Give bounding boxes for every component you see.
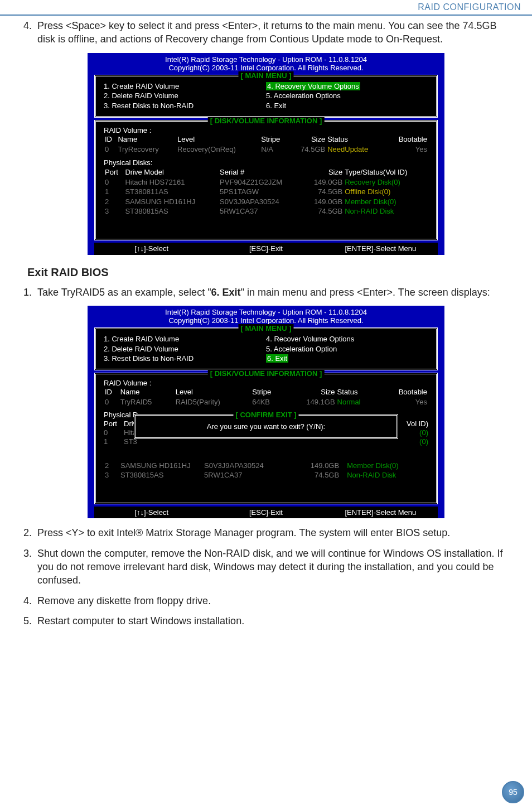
- menu-item: 5. Acceleration Option: [266, 345, 428, 354]
- table-row: 0 Hitachi HDS72161 PVF904Z21G2JZM 149.0G…: [104, 177, 428, 187]
- exit-raid-bios-heading: Exit RAID BIOS: [27, 266, 512, 279]
- bios-title-line1: Intel(R) Rapid Storage Technology - Upti…: [88, 308, 444, 317]
- raid-volume-label: RAID Volume :: [104, 379, 428, 388]
- menu-item: 2. Delete RAID Volume: [104, 91, 266, 100]
- bios-footer: [↑↓]-Select [ESC]-Exit [ENTER]-Select Me…: [94, 243, 438, 255]
- menu-item-selected: 4. Recovery Volume Options: [266, 82, 360, 90]
- step-num: 4.: [20, 19, 35, 46]
- physical-disks-label: Physical Disks:: [104, 158, 428, 167]
- physical-table: Port Drive Model Serial # Size Type/Stat…: [104, 167, 428, 216]
- step-text: Press <Space> key to select it and press…: [35, 19, 512, 46]
- col-bootable: Bootable: [386, 134, 428, 144]
- bios-screenshot-1: Intel(R) Rapid Storage Technology - Upti…: [88, 53, 444, 255]
- step-4: 4. Press <Space> key to select it and pr…: [20, 19, 512, 46]
- menu-item: 6. Exit: [266, 102, 428, 110]
- confirm-title: [ CONFIRM EXIT ]: [233, 411, 298, 420]
- menu-item: 1. Create RAID Volume: [104, 335, 266, 344]
- table-row: 2 SAMSUNG HD161HJ S0V3J9APA30524 149.0GB…: [104, 461, 428, 471]
- disk-info-title: [ DISK/VOLUME INFORMATION ]: [208, 117, 325, 126]
- menu-item: 4. Recover Volume Options: [266, 335, 428, 344]
- footer-enter: [ENTER]-Select Menu: [323, 508, 438, 517]
- step-num: 1.: [20, 286, 35, 299]
- table-row: 3 ST380815AS 5RW1CA37 74.5GB Non-RAID Di…: [104, 206, 428, 216]
- raid-volume-label: RAID Volume :: [104, 126, 428, 135]
- step: 5. Restart computer to start Windows ins…: [20, 614, 512, 628]
- footer-select: [↑↓]-Select: [94, 508, 209, 517]
- col-size: Size: [289, 134, 326, 144]
- confirm-text: Are you sure you want to exit? (Y/N):: [140, 422, 392, 431]
- main-menu-panel: [ MAIN MENU ] 1. Create RAID Volume 2. D…: [94, 327, 438, 370]
- menu-item-selected: 6. Exit: [266, 354, 288, 363]
- bios-title-line1: Intel(R) Rapid Storage Technology - Upti…: [88, 55, 444, 64]
- step: 2. Press <Y> to exit Intel® Matrix Stora…: [20, 526, 512, 539]
- bios-screenshot-2: Intel(R) Rapid Storage Technology - Upti…: [88, 306, 444, 519]
- footer-esc: [ESC]-Exit: [209, 508, 323, 517]
- menu-left: 1. Create RAID Volume 2. Delete RAID Vol…: [104, 334, 266, 364]
- menu-item: 2. Delete RAID Volume: [104, 345, 266, 354]
- table-row: 2 SAMSUNG HD161HJ S0V3J9APA30524 149.0GB…: [104, 197, 428, 207]
- table-row: 3 ST380815AS 5RW1CA37 74.5GB Non-RAID Di…: [104, 470, 428, 480]
- table-row: 0 TryRecovery Recovery(OnReq) N/A 74.5GB…: [104, 144, 428, 155]
- menu-left: 1. Create RAID Volume 2. Delete RAID Vol…: [104, 81, 266, 112]
- physical-table-visible: 2 SAMSUNG HD161HJ S0V3J9APA30524 149.0GB…: [104, 461, 428, 480]
- table-row: 0 TryRAID5 RAID5(Parity) 64KB 149.1GB No…: [104, 397, 428, 407]
- main-menu-panel: [ MAIN MENU ] 1. Create RAID Volume 2. D…: [94, 75, 438, 118]
- phys-label-frag: Physical D: [104, 411, 138, 420]
- footer-enter: [ENTER]-Select Menu: [323, 244, 438, 253]
- step-text: Take TryRAID5 as an example, select "6. …: [35, 286, 512, 299]
- main-menu-title: [ MAIN MENU ]: [239, 71, 294, 80]
- step: 4. Remove any diskette from floppy drive…: [20, 594, 512, 608]
- page-header: RAID CONFIGURATION: [0, 0, 532, 16]
- exit-step-1: 1. Take TryRAID5 as an example, select "…: [20, 286, 512, 299]
- menu-right: 4. Recover Volume Options 5. Acceleratio…: [266, 334, 428, 364]
- menu-item: 5. Acceleration Options: [266, 91, 428, 100]
- phys-hdr-port: Port: [104, 420, 117, 428]
- table-header-row: ID Name Level Stripe Size Status Bootabl…: [104, 387, 428, 397]
- col-level: Level: [176, 134, 260, 144]
- disk-info-title: [ DISK/VOLUME INFORMATION ]: [208, 369, 325, 378]
- footer-select: [↑↓]-Select: [94, 244, 209, 253]
- confirm-exit-dialog: [ CONFIRM EXIT ] Are you sure you want t…: [134, 414, 398, 440]
- table-row: 1 ST380811AS 5PS1TAGW 74.5GB Offline Dis…: [104, 187, 428, 197]
- table-header-row: Port Drive Model Serial # Size Type/Stat…: [104, 167, 428, 177]
- table-header-row: ID Name Level Stripe Size Status Bootabl…: [104, 134, 428, 144]
- frag-volid: Vol ID): [407, 420, 428, 428]
- menu-item: 3. Reset Disks to Non-RAID: [104, 102, 266, 110]
- menu-item: 1. Create RAID Volume: [104, 82, 266, 91]
- bios-footer: [↑↓]-Select [ESC]-Exit [ENTER]-Select Me…: [94, 507, 438, 519]
- header-title: RAID CONFIGURATION: [418, 2, 521, 12]
- col-status: Status: [326, 134, 385, 144]
- footer-esc: [ESC]-Exit: [209, 244, 323, 253]
- col-name: Name: [117, 134, 176, 144]
- volume-table: ID Name Level Stripe Size Status Bootabl…: [104, 134, 428, 154]
- col-stripe: Stripe: [260, 134, 289, 144]
- main-menu-title: [ MAIN MENU ]: [239, 324, 294, 333]
- content: 4. Press <Space> key to select it and pr…: [0, 16, 532, 628]
- disk-info-panel: [ DISK/VOLUME INFORMATION ] RAID Volume …: [94, 120, 438, 240]
- step: 3. Shut down the computer, remove the No…: [20, 547, 512, 587]
- menu-right: 4. Recovery Volume Options 5. Accelerati…: [266, 81, 428, 112]
- col-id: ID: [104, 134, 117, 144]
- disk-info-panel: [ DISK/VOLUME INFORMATION ] RAID Volume …: [94, 373, 438, 504]
- menu-item: 3. Reset Disks to Non-RAID: [104, 354, 266, 363]
- volume-table: ID Name Level Stripe Size Status Bootabl…: [104, 387, 428, 407]
